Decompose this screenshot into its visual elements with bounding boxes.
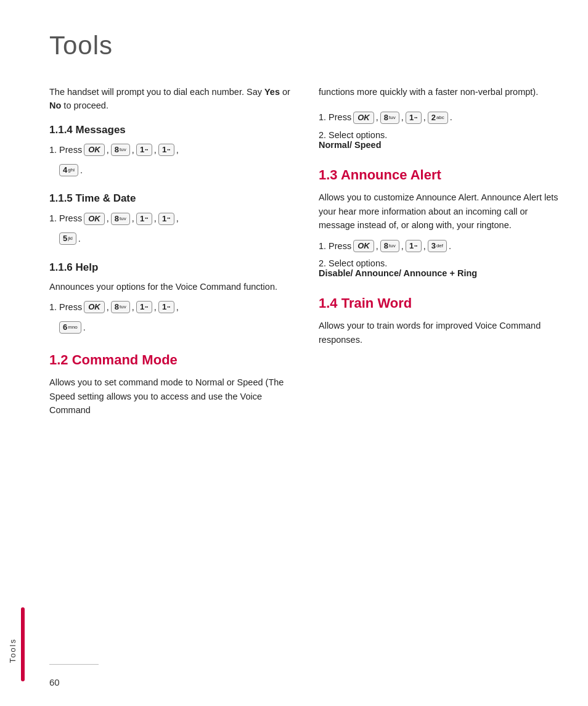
key-8tuv-12: 8tuv [380, 112, 399, 124]
section-114-press2: 4ghi . [59, 163, 294, 178]
section-13-select: 2. Select options. Disable/ Announce/ An… [319, 258, 563, 278]
key-3def-13: 3def [428, 240, 447, 252]
key-ok-116: OK [84, 301, 105, 313]
key-5jkl-115: 5jkl [59, 232, 76, 245]
section-13-desc: Allows you to customize Announce Alert. … [319, 191, 563, 232]
page-title: Tools [49, 31, 563, 60]
section-12-press: 1. Press OK , 8tuv , 1▪▪ , 2abc . [319, 110, 563, 125]
two-column-layout: The handset will prompt you to dial each… [49, 85, 563, 424]
key-1a-115: 1▪▪ [136, 213, 152, 225]
right-column: functions more quickly with a faster non… [319, 85, 563, 424]
section-13-heading: 1.3 Announce Alert [319, 167, 563, 183]
key-6mno-116: 6mno [59, 321, 81, 334]
key-1b-114: 1▪▪ [158, 144, 174, 156]
section-115-press2: 5jkl . [59, 231, 294, 247]
section-116-press: 1. Press OK , 8tuv , 1▪▪ , 1▪▪ , [49, 300, 294, 315]
key-1b-115: 1▪▪ [158, 213, 174, 225]
key-1-12: 1▪▪ [406, 112, 422, 124]
main-content: Tools The handset will prompt you to dia… [25, 0, 588, 706]
key-8tuv-13: 8tuv [380, 240, 399, 252]
section-12-heading: 1.2 Command Mode [49, 352, 294, 368]
key-1a-114: 1▪▪ [136, 144, 152, 156]
right-intro: functions more quickly with a faster non… [319, 85, 563, 99]
intro-paragraph: The handset will prompt you to dial each… [49, 85, 294, 113]
footer-divider [49, 664, 99, 665]
section-14-heading: 1.4 Train Word [319, 295, 563, 311]
page-container: Tools Tools The handset will prompt you … [0, 0, 588, 706]
key-ok-115: OK [84, 213, 105, 225]
section-116-heading: 1.1.6 Help [49, 261, 294, 274]
key-1-13: 1▪▪ [406, 240, 422, 252]
section-14-desc: Allows your to train words for improved … [319, 319, 563, 347]
section-13-press: 1. Press OK , 8tuv , 1▪▪ , 3def . [319, 239, 563, 254]
section-12-desc: Allows you to set command mode to Normal… [49, 376, 294, 417]
key-ok-13: OK [353, 240, 374, 252]
section-115-press: 1. Press OK , 8tuv , 1▪▪ , 1▪▪ , [49, 211, 294, 226]
key-1a-116: 1▪▪ [136, 301, 152, 313]
page-footer: 60 [49, 664, 99, 688]
section-116-press2: 6mno . [59, 320, 294, 335]
section-115-heading: 1.1.5 Time & Date [49, 192, 294, 205]
section-116-desc: Announces your options for the Voice Com… [49, 280, 294, 293]
key-1b-116: 1▪▪ [158, 301, 174, 313]
key-4ghi-114: 4ghi [59, 164, 78, 176]
section-13-select-val: Disable/ Announce/ Announce + Ring [319, 268, 477, 278]
key-ok-114: OK [84, 144, 105, 156]
key-2abc-12: 2abc [428, 112, 448, 124]
key-ok-12: OK [353, 112, 374, 124]
sidebar-label: Tools [8, 638, 17, 663]
section-114-heading: 1.1.4 Messages [49, 124, 294, 136]
key-8tuv-116: 8tuv [111, 301, 130, 313]
section-12-select: 2. Select options. Normal/ Speed [319, 130, 563, 150]
page-number: 60 [49, 677, 99, 688]
key-8tuv-115: 8tuv [111, 213, 130, 225]
section-12-select-val: Normal/ Speed [319, 140, 382, 150]
left-column: The handset will prompt you to dial each… [49, 85, 294, 424]
section-114-press: 1. Press OK , 8tuv , 1▪▪ , 1▪▪ , [49, 142, 294, 158]
sidebar: Tools [0, 0, 25, 706]
key-8tuv-114: 8tuv [111, 144, 130, 156]
